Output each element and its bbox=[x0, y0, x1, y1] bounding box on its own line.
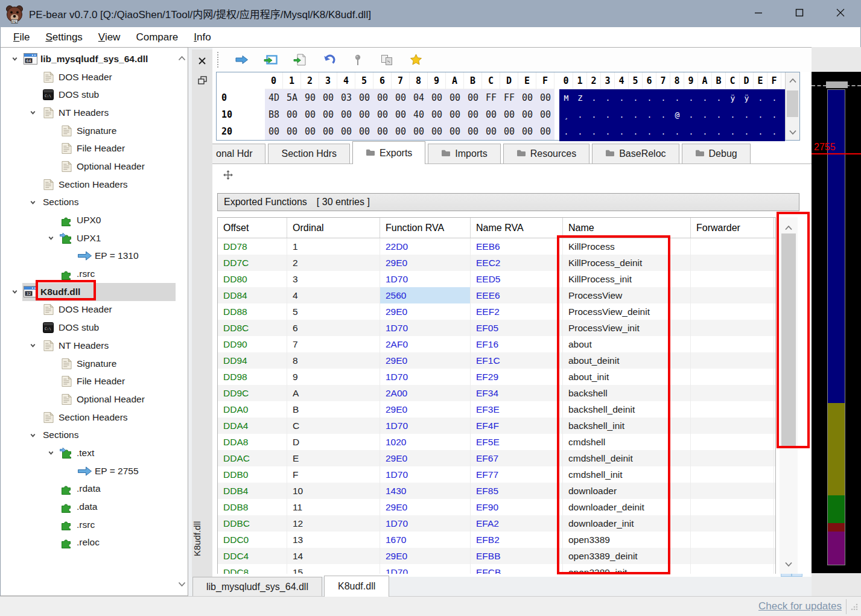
exports-scroll-down-icon[interactable] bbox=[785, 559, 793, 570]
cell-function-rva[interactable]: 2A00 bbox=[380, 385, 471, 401]
tree-item-text[interactable]: .text bbox=[1, 444, 176, 462]
chevron-down-icon[interactable] bbox=[25, 432, 40, 439]
cell-offset[interactable]: DDBC bbox=[218, 515, 287, 532]
table-row[interactable]: DD9072AF0EF16about bbox=[218, 336, 775, 352]
hex-byte-cell[interactable]: 00 bbox=[355, 123, 373, 140]
cell-offset[interactable]: DD8C bbox=[218, 320, 287, 336]
ascii-char-cell[interactable]: . bbox=[615, 106, 629, 123]
table-row[interactable]: DDC41429E0EFBBopen3389_deinit bbox=[218, 548, 775, 564]
ascii-char-cell[interactable]: ÿ bbox=[740, 89, 754, 106]
tree-item-ep-2755[interactable]: EP = 2755 bbox=[1, 462, 176, 480]
cell-forwarder[interactable] bbox=[691, 548, 774, 564]
cell-name-rva[interactable]: EF29 bbox=[471, 369, 563, 385]
favorites-button[interactable] bbox=[408, 52, 424, 68]
table-row[interactable]: DD8031D70EED5KillProcess_init bbox=[218, 271, 775, 287]
cell-offset[interactable]: DD78 bbox=[218, 238, 287, 255]
cell-ordinal[interactable]: 3 bbox=[287, 271, 380, 287]
cell-name[interactable]: KillProcess_init bbox=[563, 271, 691, 287]
cell-name-rva[interactable]: EF34 bbox=[471, 385, 563, 401]
column-header-name-rva[interactable]: Name RVA bbox=[471, 218, 563, 238]
cell-offset[interactable]: DDA8 bbox=[218, 434, 287, 450]
ascii-char-cell[interactable]: . bbox=[684, 106, 698, 123]
hex-byte-cell[interactable]: 00 bbox=[464, 89, 482, 106]
move-handle-icon[interactable] bbox=[223, 170, 233, 182]
ascii-char-cell[interactable]: . bbox=[615, 89, 629, 106]
menu-item-view[interactable]: View bbox=[91, 31, 129, 43]
ascii-char-cell[interactable]: . bbox=[740, 123, 754, 140]
cell-offset[interactable]: DDA4 bbox=[218, 418, 287, 434]
hex-byte-cell[interactable]: 00 bbox=[464, 123, 482, 140]
tree-item-dos-stub[interactable]: C:\DOS stub bbox=[1, 319, 176, 337]
table-row[interactable]: DDA0B29E0EF3Ebackshell_deinit bbox=[218, 401, 775, 418]
table-row[interactable]: DDBC121D70EFA2downloader_init bbox=[218, 515, 775, 532]
cell-name[interactable]: downloader bbox=[563, 483, 691, 499]
cell-forwarder[interactable] bbox=[691, 303, 774, 320]
cell-ordinal[interactable]: 14 bbox=[287, 548, 380, 564]
hex-byte-cell[interactable]: 00 bbox=[410, 123, 428, 140]
tab-imports[interactable]: Imports bbox=[428, 144, 500, 164]
tree-item-upx1[interactable]: UPX1 bbox=[1, 229, 176, 247]
cell-name-rva[interactable]: EF4F bbox=[471, 418, 563, 434]
tab-debug[interactable]: Debug bbox=[682, 144, 751, 164]
hex-byte-cell[interactable]: 00 bbox=[428, 89, 446, 106]
cell-name[interactable]: downloader_deinit bbox=[563, 499, 691, 515]
cell-forwarder[interactable] bbox=[691, 352, 774, 369]
cell-forwarder[interactable] bbox=[691, 369, 774, 385]
ascii-char-cell[interactable]: . bbox=[754, 123, 767, 140]
ascii-char-cell[interactable]: . bbox=[643, 89, 656, 106]
hex-byte-cell[interactable]: 00 bbox=[301, 123, 319, 140]
cell-forwarder[interactable] bbox=[691, 515, 774, 532]
hex-byte-cell[interactable]: 00 bbox=[500, 106, 518, 123]
hex-byte-cell[interactable]: 00 bbox=[446, 106, 464, 123]
ascii-char-cell[interactable]: . bbox=[767, 89, 781, 106]
chevron-down-icon[interactable] bbox=[7, 288, 22, 295]
hex-scroll-up-icon[interactable] bbox=[789, 75, 796, 86]
cell-function-rva[interactable]: 29E0 bbox=[380, 548, 471, 564]
cell-forwarder[interactable] bbox=[691, 466, 774, 483]
cell-offset[interactable]: DDB4 bbox=[218, 483, 287, 499]
ascii-char-cell[interactable]: Z bbox=[573, 89, 587, 106]
resize-grip[interactable] bbox=[850, 602, 858, 613]
cell-name[interactable]: open3389_deinit bbox=[563, 548, 691, 564]
tree-item-ep-1310[interactable]: EP = 1310 bbox=[1, 247, 176, 265]
ascii-char-cell[interactable]: . bbox=[712, 89, 726, 106]
table-row[interactable]: DDA4C1D70EF4Fbackshell_init bbox=[218, 418, 775, 434]
tree-item-nt-headers[interactable]: NT Headers bbox=[1, 337, 176, 355]
cell-forwarder[interactable] bbox=[691, 320, 774, 336]
minimize-button[interactable] bbox=[738, 0, 779, 27]
chevron-down-icon[interactable] bbox=[43, 235, 59, 241]
cell-name[interactable]: backshell_init bbox=[563, 418, 691, 434]
hex-byte-cell[interactable]: 4D bbox=[265, 89, 283, 106]
pin-button[interactable] bbox=[350, 52, 366, 68]
close-button[interactable] bbox=[820, 0, 861, 27]
table-row[interactable]: DDB0F1D70EF77cmdshell_init bbox=[218, 466, 775, 483]
hex-byte-cell[interactable]: 00 bbox=[373, 106, 392, 123]
hex-bytes-grid[interactable]: 0123456789ABCDEF04D5A9000030000000400000… bbox=[217, 72, 554, 140]
tree-item-rsrc[interactable]: .rsrc bbox=[1, 265, 176, 283]
cell-function-rva[interactable]: 1670 bbox=[380, 532, 471, 548]
tree-item-section-headers[interactable]: Section Headers bbox=[1, 408, 176, 427]
cell-name-rva[interactable]: EEB6 bbox=[471, 238, 563, 255]
cell-name-rva[interactable]: EEC2 bbox=[471, 255, 563, 271]
cell-forwarder[interactable] bbox=[691, 564, 774, 574]
column-header-name[interactable]: Name bbox=[563, 218, 691, 238]
tree-item-dos-stub[interactable]: C:\DOS stub bbox=[1, 86, 176, 104]
hex-byte-cell[interactable]: 00 bbox=[392, 106, 410, 123]
hex-scrollbar[interactable] bbox=[785, 72, 799, 140]
ascii-char-cell[interactable]: . bbox=[656, 123, 670, 140]
cell-forwarder[interactable] bbox=[691, 532, 774, 548]
menu-item-settings[interactable]: Settings bbox=[37, 31, 90, 43]
cell-ordinal[interactable]: 12 bbox=[287, 515, 380, 532]
cell-forwarder[interactable] bbox=[691, 287, 774, 303]
hex-byte-cell[interactable]: 90 bbox=[301, 89, 319, 106]
tree-scroll-down-icon[interactable] bbox=[178, 579, 186, 589]
cell-function-rva[interactable]: 29E0 bbox=[380, 499, 471, 515]
ascii-char-cell[interactable]: . bbox=[656, 106, 670, 123]
ascii-char-cell[interactable]: . bbox=[740, 106, 754, 123]
cell-function-rva[interactable]: 1D70 bbox=[380, 515, 471, 532]
chevron-down-icon[interactable] bbox=[7, 56, 22, 62]
hex-byte-cell[interactable]: 00 bbox=[428, 106, 446, 123]
go-to-address-button[interactable] bbox=[234, 52, 250, 68]
tree-item-nt-headers[interactable]: NT Headers bbox=[1, 104, 176, 122]
ascii-char-cell[interactable]: . bbox=[698, 89, 712, 106]
